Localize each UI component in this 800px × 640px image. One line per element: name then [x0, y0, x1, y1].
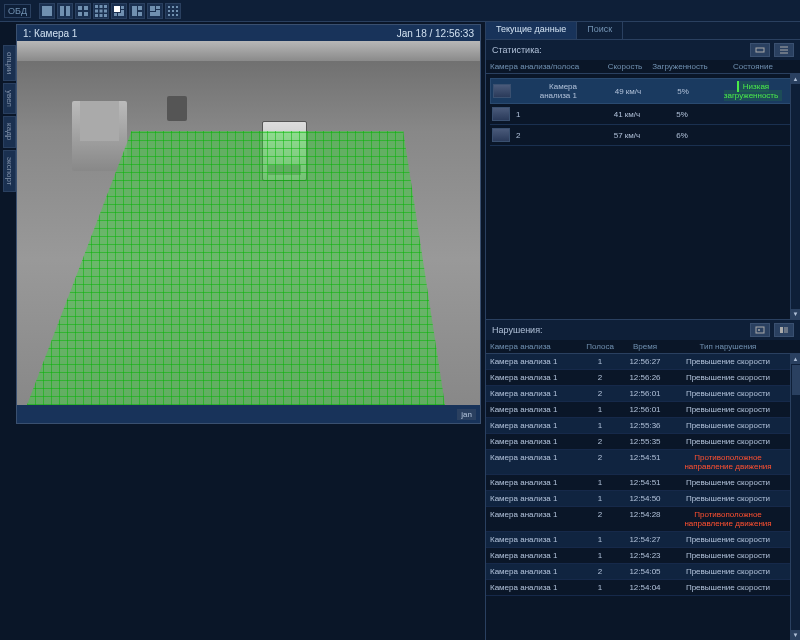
- viol-camera: Камера анализа 1: [490, 494, 580, 503]
- stats-view-list-icon[interactable]: [774, 43, 794, 57]
- layout-8-icon[interactable]: [165, 3, 181, 19]
- stats-row-speed: 57 км/ч: [602, 131, 652, 140]
- viol-time: 12:54:28: [620, 510, 670, 528]
- scroll-down-icon[interactable]: ▼: [791, 309, 800, 319]
- tab-bar: Текущие данные Поиск: [486, 22, 800, 40]
- stats-row-speed: 49 км/ч: [603, 87, 653, 96]
- viol-camera: Камера анализа 1: [490, 510, 580, 528]
- viol-col-time: Время: [620, 342, 670, 351]
- viol-lane: 1: [580, 494, 620, 503]
- violation-row[interactable]: Камера анализа 1212:54:51Противоположное…: [486, 450, 800, 475]
- side-tab-options[interactable]: опции: [3, 45, 16, 81]
- tab-current-data[interactable]: Текущие данные: [486, 22, 577, 39]
- svg-rect-24: [138, 12, 142, 16]
- violation-row[interactable]: Камера анализа 1212:56:01Превышение скор…: [486, 386, 800, 402]
- layout-4-icon[interactable]: [93, 3, 109, 19]
- svg-rect-7: [95, 5, 98, 8]
- violation-row[interactable]: Камера анализа 1112:56:01Превышение скор…: [486, 402, 800, 418]
- detected-vehicle-truck: [72, 101, 127, 171]
- layout-7-icon[interactable]: [147, 3, 163, 19]
- layout-1-icon[interactable]: [39, 3, 55, 19]
- svg-rect-13: [95, 14, 98, 17]
- svg-rect-37: [176, 14, 178, 16]
- violations-view-list-icon[interactable]: [774, 323, 794, 337]
- svg-rect-25: [150, 6, 155, 11]
- viol-col-lane: Полоса: [580, 342, 620, 351]
- tab-search[interactable]: Поиск: [577, 22, 623, 39]
- video-pane: опции увел кадр экспорт 1: Камера 1 Jan …: [16, 24, 481, 424]
- data-panel: Текущие данные Поиск Статистика: Камера …: [485, 22, 800, 640]
- side-tab-export[interactable]: экспорт: [3, 150, 16, 192]
- layout-2-icon[interactable]: [57, 3, 73, 19]
- svg-rect-3: [78, 6, 82, 10]
- svg-rect-4: [84, 6, 88, 10]
- viol-type: Противоположное направление движения: [670, 453, 786, 471]
- stats-row-name: 2: [516, 131, 520, 140]
- violations-scrollbar[interactable]: ▲ ▼: [790, 354, 800, 640]
- stats-col-load: Загруженность: [650, 62, 710, 71]
- violation-row[interactable]: Камера анализа 1112:54:23Превышение скор…: [486, 548, 800, 564]
- violation-row[interactable]: Камера анализа 1212:55:35Превышение скор…: [486, 434, 800, 450]
- svg-rect-22: [132, 6, 137, 16]
- stats-col-camera: Камера анализа/полоса: [490, 62, 600, 71]
- svg-rect-2: [66, 6, 70, 16]
- violation-row[interactable]: Камера анализа 1112:55:36Превышение скор…: [486, 418, 800, 434]
- camera-thumbnail-icon: [492, 107, 510, 121]
- statistics-heading: Статистика:: [492, 45, 542, 55]
- viol-lane: 1: [580, 421, 620, 430]
- viol-type: Превышение скорости: [670, 478, 786, 487]
- viol-type: Превышение скорости: [670, 405, 786, 414]
- svg-rect-44: [780, 327, 783, 333]
- viol-type: Превышение скорости: [670, 373, 786, 382]
- footer-jan-button[interactable]: jan: [457, 409, 476, 420]
- viol-camera: Камера анализа 1: [490, 567, 580, 576]
- svg-rect-15: [104, 14, 107, 17]
- violation-row[interactable]: Камера анализа 1112:56:27Превышение скор…: [486, 354, 800, 370]
- layout-3-icon[interactable]: [75, 3, 91, 19]
- stats-col-speed: Скорость: [600, 62, 650, 71]
- violation-row[interactable]: Камера анализа 1112:54:27Превышение скор…: [486, 532, 800, 548]
- viol-lane: 1: [580, 535, 620, 544]
- side-tab-frame[interactable]: кадр: [3, 116, 16, 147]
- svg-rect-8: [100, 5, 103, 8]
- stats-view-card-icon[interactable]: [750, 43, 770, 57]
- violations-view-card-icon[interactable]: [750, 323, 770, 337]
- viol-time: 12:54:51: [620, 478, 670, 487]
- violation-row[interactable]: Камера анализа 1112:54:04Превышение скор…: [486, 580, 800, 596]
- stats-row[interactable]: 141 км/ч5%: [490, 104, 796, 125]
- svg-rect-14: [100, 14, 103, 17]
- stats-scrollbar[interactable]: ▲ ▼: [790, 74, 800, 319]
- viol-time: 12:55:35: [620, 437, 670, 446]
- viol-time: 12:55:36: [620, 421, 670, 430]
- violation-row[interactable]: Камера анализа 1112:54:50Превышение скор…: [486, 491, 800, 507]
- viol-type: Превышение скорости: [670, 551, 786, 560]
- viol-lane: 1: [580, 583, 620, 592]
- svg-rect-38: [756, 48, 764, 52]
- camera-name: 1: Камера 1: [23, 28, 77, 39]
- stats-row[interactable]: 257 км/ч6%: [490, 125, 796, 146]
- svg-rect-16: [114, 6, 120, 12]
- violation-row[interactable]: Камера анализа 1212:54:28Противоположное…: [486, 507, 800, 532]
- svg-rect-20: [118, 13, 121, 16]
- violations-columns-header: Камера анализа Полоса Время Тип нарушени…: [486, 340, 800, 354]
- scroll-up-icon[interactable]: ▲: [791, 354, 800, 364]
- viol-time: 12:54:27: [620, 535, 670, 544]
- layout-6-icon[interactable]: [129, 3, 145, 19]
- scroll-down-icon[interactable]: ▼: [791, 630, 800, 640]
- stats-row-load: 5%: [652, 110, 712, 119]
- stats-row-load: 6%: [652, 131, 712, 140]
- viol-col-camera: Камера анализа: [490, 342, 580, 351]
- stats-row[interactable]: Камера анализа 149 км/ч5%Низкая загружен…: [490, 78, 796, 104]
- side-tab-zoom[interactable]: увел: [3, 83, 16, 114]
- violation-row[interactable]: Камера анализа 1212:54:05Превышение скор…: [486, 564, 800, 580]
- layout-5-icon[interactable]: [111, 3, 127, 19]
- viol-type: Превышение скорости: [670, 567, 786, 576]
- violation-row[interactable]: Камера анализа 1212:56:26Превышение скор…: [486, 370, 800, 386]
- svg-rect-31: [176, 6, 178, 8]
- scroll-up-icon[interactable]: ▲: [791, 74, 800, 84]
- stats-row-status: Низкая загруженность: [713, 82, 793, 100]
- scroll-thumb[interactable]: [792, 365, 800, 395]
- video-feed[interactable]: [17, 41, 480, 405]
- violation-row[interactable]: Камера анализа 1112:54:51Превышение скор…: [486, 475, 800, 491]
- viol-time: 12:54:04: [620, 583, 670, 592]
